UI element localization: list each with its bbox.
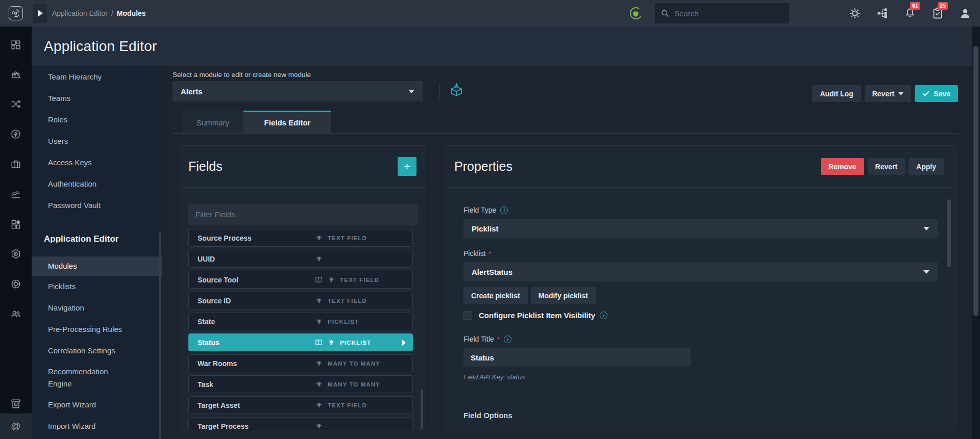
field-type-dropdown[interactable]: Picklist [463, 219, 938, 238]
field-row-source-process[interactable]: Source Process TEXT FIELD [188, 229, 413, 247]
user-icon [959, 7, 971, 19]
field-row-status-selected[interactable]: Status PICKLIST [188, 333, 413, 351]
search-icon [661, 9, 669, 18]
app-logo-icon[interactable] [9, 6, 23, 20]
page-scrollbar-track[interactable] [972, 27, 980, 439]
sidebar-item-navigation[interactable]: Navigation [32, 297, 162, 319]
flash-icon[interactable] [10, 128, 22, 140]
lightbulb-icon [327, 276, 335, 284]
field-row-target-process[interactable]: Target Process [188, 417, 413, 430]
fields-scrollbar[interactable] [421, 390, 423, 429]
lightbulb-icon [327, 339, 335, 347]
filter-fields-input[interactable] [188, 203, 418, 225]
chevron-down-icon [923, 270, 929, 274]
modify-picklist-button[interactable]: Modify picklist [531, 287, 596, 304]
page-scrollbar-thumb[interactable] [973, 46, 978, 316]
info-icon[interactable]: i [504, 335, 511, 343]
sidebar-item-export-wizard[interactable]: Export Wizard [32, 394, 162, 416]
save-button[interactable]: Save [915, 85, 958, 102]
lightbulb-icon [315, 318, 323, 326]
field-row-state[interactable]: State PICKLIST [188, 313, 413, 330]
field-row-task[interactable]: Task MANY TO MANY [188, 375, 413, 393]
sidebar-item-pre-processing-rules[interactable]: Pre-Processing Rules [32, 319, 162, 340]
breadcrumb-parent[interactable]: Application Editor [52, 9, 108, 17]
sidebar-scrollbar[interactable] [159, 232, 161, 439]
analytics-icon[interactable] [10, 188, 22, 200]
sidebar-item-import-wizard[interactable]: Import Wizard [32, 416, 162, 437]
search-input[interactable] [674, 9, 783, 18]
revert-field-button[interactable]: Revert [868, 158, 905, 175]
shuffle-icon[interactable] [10, 98, 22, 110]
field-row-war-rooms[interactable]: War Rooms MANY TO MANY [188, 354, 413, 372]
breadcrumb-separator: / [111, 9, 113, 17]
tabs-rule [173, 133, 958, 134]
field-row-source-id[interactable]: Source ID TEXT FIELD [188, 292, 413, 309]
field-type-label: MANY TO MANY [328, 381, 380, 388]
create-picklist-button[interactable]: Create picklist [463, 287, 528, 304]
tab-fields-editor[interactable]: Fields Editor [243, 111, 331, 133]
tab-summary[interactable]: Summary [182, 111, 243, 133]
required-asterisk: * [489, 250, 492, 257]
sidebar-item-recommendation-engine[interactable]: Recommendation Engine [32, 361, 118, 394]
search-box[interactable] [655, 3, 789, 23]
settings-button[interactable] [848, 7, 862, 20]
field-row-target-asset[interactable]: Target Asset TEXT FIELD [188, 396, 413, 414]
picklist-label-row: Picklist * [463, 249, 938, 257]
module-select-label: Select a module to edit or create new mo… [173, 71, 311, 79]
field-type-label-row: Field Type i [463, 206, 938, 214]
archive-icon[interactable] [10, 398, 22, 410]
user-menu-button[interactable] [959, 7, 972, 20]
mentions-icon[interactable]: @ [0, 414, 32, 439]
field-row-source-tool[interactable]: Source Tool TEXT FIELD [188, 271, 413, 289]
plug-status-icon[interactable] [629, 7, 643, 20]
info-icon[interactable]: i [600, 312, 607, 319]
users-icon[interactable] [10, 308, 22, 320]
revert-module-button[interactable]: Revert [865, 85, 912, 102]
sidebar-item-correlation-settings[interactable]: Correlation Settings [32, 340, 162, 361]
briefcase-icon[interactable] [10, 158, 22, 170]
add-field-button[interactable]: + [398, 157, 416, 176]
apply-field-button[interactable]: Apply [909, 158, 944, 175]
picklist-dropdown[interactable]: AlertStatus [463, 262, 938, 281]
sidebar-item-users[interactable]: Users [32, 131, 162, 152]
sidebar-item-access-keys[interactable]: Access Keys [32, 152, 162, 173]
fields-panel-title: Fields [188, 159, 223, 174]
module-select[interactable]: Alerts [173, 81, 423, 101]
field-title-label: Field Title [463, 335, 494, 343]
remove-field-button[interactable]: Remove [821, 158, 864, 175]
page-header: Application Editor [32, 27, 972, 66]
field-row-uuid[interactable]: UUID [188, 250, 413, 268]
sidebar-item-password-vault[interactable]: Password Vault [32, 195, 162, 216]
lightbulb-icon [315, 359, 323, 368]
tasks-button[interactable]: 25 [931, 7, 944, 20]
notifications-button[interactable]: 61 [903, 7, 917, 20]
apps-icon[interactable] [10, 218, 22, 230]
team-chart-icon[interactable] [10, 69, 22, 81]
sidebar-item-modules[interactable]: Modules [32, 256, 162, 276]
sidebar-item-authentication[interactable]: Authentication [32, 173, 162, 195]
field-name: Task [198, 380, 213, 389]
properties-scrollbar[interactable] [947, 199, 951, 267]
save-label: Save [934, 90, 950, 98]
integrations-icon[interactable] [10, 248, 22, 260]
sidebar-item-team-hierarchy[interactable]: Team Hierarchy [32, 66, 162, 88]
field-title-label-row: Field Title * i [463, 335, 938, 343]
info-icon[interactable]: i [500, 206, 508, 214]
sidebar-item-roles[interactable]: Roles [32, 109, 162, 131]
support-ring-icon[interactable] [10, 278, 22, 290]
import-module-button[interactable] [447, 82, 465, 100]
sidebar-item-teams[interactable]: Teams [32, 88, 162, 109]
field-type-label: PICKLIST [340, 340, 371, 346]
visibility-checkbox[interactable] [463, 311, 472, 320]
dashboard-icon[interactable] [10, 39, 22, 51]
chevron-down-icon [923, 227, 929, 230]
workflow-button[interactable] [876, 7, 889, 20]
field-type-label: Field Type [463, 206, 496, 214]
properties-panel-title: Properties [454, 159, 512, 174]
sidebar-section-heading: Application Editor [32, 227, 162, 251]
field-title-input[interactable] [463, 348, 691, 367]
audit-log-button[interactable]: Audit Log [812, 85, 861, 102]
sidebar-expand-button[interactable] [33, 4, 47, 23]
breadcrumb-current: Modules [117, 9, 146, 17]
sidebar-item-picklists[interactable]: Picklists [32, 276, 162, 297]
